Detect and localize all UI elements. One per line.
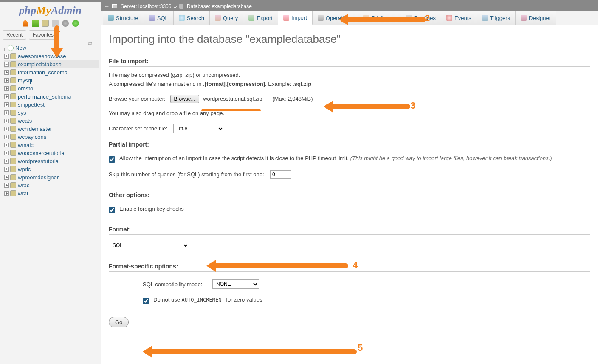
tree-db-information_schema[interactable]: +information_schema — [4, 68, 99, 76]
tree-db-performance_schema[interactable]: +performance_schema — [4, 93, 99, 101]
favorites-tab[interactable]: Favorites — [29, 30, 57, 40]
database-icon — [10, 150, 16, 156]
browse-button[interactable]: Browse... — [170, 95, 199, 103]
link-panel-icon[interactable]: ⧉ — [88, 40, 92, 47]
tree-db-wrac[interactable]: +wrac — [4, 181, 99, 189]
tab-label: SQL — [157, 15, 168, 21]
docs-icon[interactable] — [42, 20, 49, 27]
breadcrumb-back-icon[interactable]: ← — [104, 3, 110, 9]
tree-db-wral[interactable]: +wral — [4, 189, 99, 198]
tab-label: Privileges — [371, 15, 395, 21]
expand-icon[interactable]: + — [4, 119, 9, 123]
tree-db-snippettest[interactable]: +snippettest — [4, 101, 99, 109]
annotation-3-underline — [201, 109, 261, 111]
tree-db-wordpresstutorial[interactable]: +wordpresstutorial — [4, 157, 99, 165]
tree-db-label: performance_schema — [18, 93, 71, 100]
tab-operations[interactable]: Operations — [313, 11, 358, 25]
import-icon — [283, 15, 289, 21]
tree-new[interactable]: New — [4, 44, 99, 52]
expand-icon[interactable]: + — [4, 94, 9, 99]
expand-icon[interactable]: + — [4, 143, 9, 147]
expand-icon[interactable]: + — [4, 175, 9, 180]
expand-icon[interactable]: + — [4, 167, 9, 172]
compress-info-2a: A compressed file's name must end in — [109, 81, 203, 87]
autoinc-checkbox[interactable] — [143, 298, 149, 304]
allow-interrupt-note: (This might be a good way to import larg… — [350, 155, 552, 161]
logout-icon[interactable] — [32, 20, 39, 27]
tab-export[interactable]: Export — [243, 11, 278, 25]
expand-icon[interactable]: + — [4, 127, 9, 131]
server-icon — [112, 4, 117, 8]
database-icon — [10, 61, 16, 67]
expand-icon[interactable]: + — [4, 135, 9, 139]
tree-db-wchidemaster[interactable]: +wchidemaster — [4, 125, 99, 133]
annotation-number-1: 1 — [55, 24, 60, 35]
tab-sql[interactable]: SQL — [144, 11, 174, 25]
charset-select[interactable]: utf-8 — [173, 124, 224, 133]
tree-db-wpric[interactable]: +wpric — [4, 165, 99, 173]
sql-compat-select[interactable]: NONE — [212, 279, 259, 289]
tab-label: Events — [454, 15, 471, 21]
tab-query[interactable]: Query — [210, 11, 243, 25]
recent-tab[interactable]: Recent — [3, 30, 26, 40]
tab-designer[interactable]: Designer — [516, 11, 556, 25]
new-db-icon — [8, 45, 14, 51]
skip-queries-input[interactable] — [270, 170, 291, 179]
tree-db-label: wchidemaster — [18, 126, 52, 132]
tab-routines[interactable]: Routines — [401, 11, 441, 25]
max-upload-size: (Max: 2,048MiB) — [272, 96, 313, 102]
database-icon — [10, 69, 16, 75]
reload-icon[interactable] — [72, 20, 79, 27]
expand-icon[interactable]: − — [4, 62, 9, 67]
expand-icon[interactable]: + — [4, 183, 9, 188]
expand-icon[interactable]: + — [4, 78, 9, 83]
tree-db-woocomercetutorial[interactable]: +woocomercetutorial — [4, 149, 99, 157]
expand-icon[interactable]: + — [4, 110, 9, 115]
breadcrumb-database[interactable]: Database: exampledatabase — [187, 3, 252, 9]
home-icon[interactable] — [22, 20, 28, 27]
expand-icon[interactable]: + — [4, 102, 9, 107]
tree-db-label: orbsto — [18, 85, 33, 92]
expand-icon[interactable]: + — [4, 191, 9, 196]
settings-icon[interactable] — [62, 20, 69, 27]
tree-db-wcats[interactable]: +wcats — [4, 117, 99, 125]
tree-db-exampledatabase[interactable]: −exampledatabase — [4, 60, 99, 68]
tree-db-mysql[interactable]: +mysql — [4, 76, 99, 85]
tree-db-wproomdesigner[interactable]: +wproomdesigner — [4, 173, 99, 181]
phpmyadmin-logo[interactable]: phpMyAdmin — [0, 2, 101, 18]
tree-db-orbsto[interactable]: +orbsto — [4, 85, 99, 93]
database-tree: New+awesomeshowcase−exampledatabase+info… — [0, 41, 101, 200]
database-icon — [10, 53, 16, 59]
go-button[interactable]: Go — [109, 317, 129, 327]
file-to-import-title: File to import: — [109, 58, 590, 67]
tab-import[interactable]: Import — [278, 11, 313, 25]
designer-icon — [521, 15, 527, 21]
format-select[interactable]: SQL — [109, 241, 189, 250]
tree-db-wcpayicons[interactable]: +wcpayicons — [4, 133, 99, 141]
breadcrumb-server[interactable]: Server: localhost:3306 — [121, 3, 171, 9]
search-icon — [179, 15, 185, 21]
tree-db-sys[interactable]: +sys — [4, 109, 99, 117]
format-specific-title: Format-specific options: — [109, 263, 590, 272]
expand-icon[interactable]: + — [4, 86, 9, 91]
expand-icon[interactable]: + — [4, 159, 9, 164]
allow-interrupt-checkbox[interactable] — [109, 156, 115, 163]
tab-structure[interactable]: Structure — [103, 11, 144, 25]
page-title: Importing into the database "exampledata… — [109, 33, 590, 46]
database-icon — [10, 85, 16, 91]
tree-db-wmalc[interactable]: +wmalc — [4, 141, 99, 149]
tree-db-awesomeshowcase[interactable]: +awesomeshowcase — [4, 52, 99, 60]
tree-db-label: mysql — [18, 77, 32, 84]
tree-db-label: awesomeshowcase — [18, 53, 66, 59]
events-icon — [446, 15, 452, 21]
expand-icon[interactable]: + — [4, 70, 9, 75]
expand-icon[interactable]: + — [4, 151, 9, 155]
fk-checks-checkbox[interactable] — [109, 207, 115, 213]
tab-label: Search — [187, 15, 204, 21]
expand-icon[interactable]: + — [4, 54, 9, 59]
tab-events[interactable]: Events — [441, 11, 477, 25]
tab-search[interactable]: Search — [174, 11, 210, 25]
tab-triggers[interactable]: Triggers — [477, 11, 516, 25]
allow-interrupt-label: Allow the interruption of an import in c… — [119, 155, 349, 161]
tab-privileges[interactable]: Privileges — [358, 11, 401, 25]
